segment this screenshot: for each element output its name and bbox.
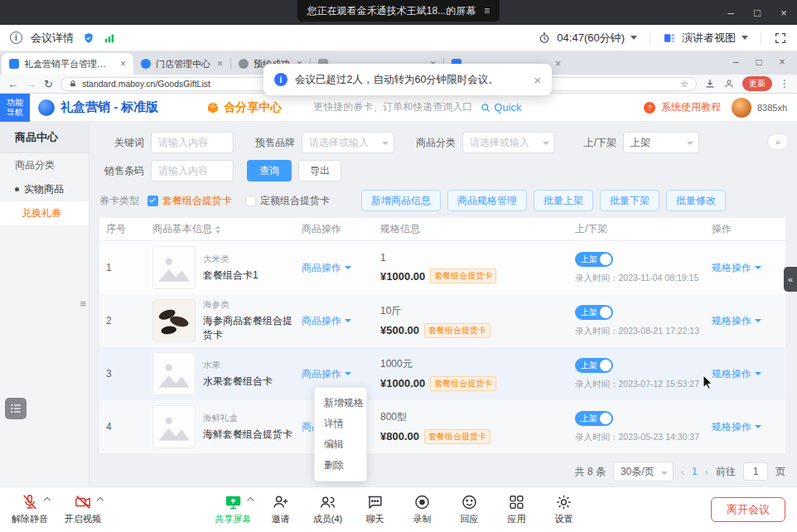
- floating-list-button[interactable]: [5, 398, 27, 419]
- unmute-button[interactable]: 解除静音: [7, 493, 53, 525]
- browser-tab-active[interactable]: 礼盒营销平台管理中… ×: [2, 53, 133, 75]
- checkbox-checked-icon[interactable]: [147, 196, 158, 206]
- browser-tab[interactable]: 门店管理中心 ×: [133, 53, 230, 75]
- quick-search-link[interactable]: Quick: [481, 101, 521, 114]
- fullscreen-icon[interactable]: [774, 31, 787, 45]
- function-nav-button[interactable]: 功能导航: [0, 94, 30, 122]
- add-product-button[interactable]: 新增商品信息: [361, 190, 441, 211]
- chevron-up-icon[interactable]: [247, 497, 254, 504]
- menu-item-add-spec[interactable]: 新增规格: [315, 393, 366, 414]
- collapse-filters-button[interactable]: »: [767, 133, 789, 150]
- brand-select[interactable]: 请选择或输入: [302, 132, 394, 153]
- timer-chevron-down-icon[interactable]: [630, 36, 637, 40]
- browser-minimize-button[interactable]: –: [724, 51, 747, 73]
- spec-actions-link[interactable]: 规格操作: [712, 367, 761, 381]
- batch-off-shelf-button[interactable]: 批量下架: [600, 190, 659, 211]
- sidebar-title[interactable]: 商品中心: [0, 122, 89, 153]
- sidebar-item-gift-coupon[interactable]: 兑换礼券: [0, 201, 89, 225]
- shelf-select[interactable]: 上架: [623, 132, 699, 153]
- goto-page-input[interactable]: [743, 462, 768, 481]
- security-shield-icon[interactable]: [82, 31, 95, 45]
- tutorial-link[interactable]: 系统使用教程: [661, 100, 721, 114]
- bookmark-star-icon[interactable]: ☆: [680, 79, 688, 89]
- leave-meeting-button[interactable]: 离开会议: [711, 497, 785, 522]
- network-signal-icon[interactable]: [104, 32, 115, 44]
- next-page-icon[interactable]: ›: [705, 466, 708, 478]
- banner-close-icon[interactable]: ×: [534, 73, 541, 87]
- menu-item-delete[interactable]: 删除: [315, 455, 366, 476]
- batch-edit-button[interactable]: 批量修改: [666, 190, 726, 211]
- record-button[interactable]: 录制: [399, 493, 446, 525]
- right-panel-collapse-handle[interactable]: «: [784, 267, 797, 292]
- browser-maximize-button[interactable]: □: [747, 51, 770, 73]
- download-icon[interactable]: [704, 78, 716, 89]
- record-icon: [413, 493, 432, 511]
- close-button[interactable]: ×: [770, 0, 797, 25]
- spec-actions-link[interactable]: 规格操作: [712, 314, 761, 328]
- invite-button[interactable]: 邀请: [258, 493, 304, 525]
- members-button[interactable]: 成员(4): [305, 493, 351, 525]
- browser-menu-icon[interactable]: ⋮: [780, 78, 790, 89]
- menu-item-edit[interactable]: 编辑: [315, 434, 366, 455]
- keyword-input[interactable]: [151, 132, 234, 153]
- banner-menu-icon[interactable]: ≡: [484, 5, 490, 17]
- info-icon[interactable]: i: [10, 31, 22, 44]
- browser-update-button[interactable]: 更新: [742, 76, 772, 91]
- profile-icon[interactable]: [723, 78, 735, 89]
- shelf-toggle[interactable]: 上架: [575, 252, 613, 267]
- settings-button[interactable]: 设置: [541, 493, 587, 525]
- checkbox-combo-card[interactable]: 套餐组合提货卡: [147, 194, 232, 208]
- chevron-up-icon[interactable]: [44, 497, 51, 504]
- tab-close-icon[interactable]: ×: [120, 58, 126, 70]
- main-content: » 关键词 预售品牌 请选择或输入 商品分类 请选择或输入 上/下架 上架: [89, 122, 797, 486]
- sidebar-item-goods-category[interactable]: 商品分类: [0, 153, 89, 177]
- browser-close-button[interactable]: ×: [770, 51, 794, 73]
- search-button[interactable]: 查询: [247, 160, 292, 181]
- batch-on-shelf-button[interactable]: 批量上架: [534, 190, 593, 211]
- meeting-timer[interactable]: 04:47(60分钟): [557, 31, 625, 46]
- maximize-button[interactable]: □: [744, 0, 770, 25]
- start-video-button[interactable]: 开启视频: [60, 493, 106, 525]
- prev-page-icon[interactable]: ‹: [681, 466, 684, 478]
- export-button[interactable]: 导出: [298, 160, 341, 181]
- category-select[interactable]: 请选择或输入: [462, 132, 555, 153]
- sidebar-collapse-icon[interactable]: ≡: [80, 297, 86, 310]
- view-chevron-down-icon[interactable]: [741, 36, 748, 40]
- share-screen-button[interactable]: 共享屏幕: [210, 493, 257, 525]
- product-actions-link[interactable]: 商品操作: [302, 261, 351, 275]
- shelf-toggle[interactable]: 上架: [575, 358, 613, 373]
- spec-actions-link[interactable]: 规格操作: [712, 420, 761, 434]
- sort-icon[interactable]: [215, 225, 220, 234]
- chevron-up-icon[interactable]: [97, 497, 104, 504]
- forward-icon[interactable]: →: [26, 79, 36, 89]
- chat-button[interactable]: 聊天: [352, 493, 398, 525]
- spec-actions-link[interactable]: 规格操作: [712, 261, 761, 275]
- spec-manage-button[interactable]: 商品规格管理: [447, 190, 527, 211]
- shelf-toggle[interactable]: 上架: [575, 411, 613, 426]
- current-page[interactable]: 1: [692, 466, 698, 477]
- share-center-link[interactable]: 合分享中心: [206, 100, 282, 115]
- minimize-button[interactable]: –: [717, 0, 744, 25]
- meeting-details-label[interactable]: 会议详情: [31, 31, 74, 46]
- chevron-down-icon: [382, 142, 389, 145]
- view-mode-label[interactable]: 演讲者视图: [682, 31, 736, 46]
- refresh-icon[interactable]: ↻: [44, 79, 53, 89]
- reactions-button[interactable]: 回应: [447, 493, 493, 525]
- page-label: 页: [775, 465, 785, 479]
- tab-close-icon[interactable]: ×: [217, 58, 223, 70]
- checkbox-unchecked-icon[interactable]: [245, 196, 256, 206]
- product-actions-link[interactable]: 商品操作: [302, 367, 351, 381]
- shelf-toggle[interactable]: 上架: [575, 305, 613, 320]
- goto-label: 前往: [716, 465, 736, 479]
- apps-button[interactable]: 应用: [494, 493, 540, 525]
- product-actions-dropdown: 新增规格 详情 编辑 删除: [314, 387, 367, 481]
- checkbox-fixed-card[interactable]: 定额组合提货卡: [245, 194, 330, 208]
- menu-item-details[interactable]: 详情: [315, 414, 366, 434]
- back-icon[interactable]: ←: [7, 79, 18, 89]
- tab-close-icon[interactable]: ×: [555, 58, 561, 70]
- product-actions-link[interactable]: 商品操作: [302, 314, 351, 328]
- sidebar-item-physical-goods[interactable]: 实物商品: [0, 177, 89, 201]
- barcode-input[interactable]: [151, 160, 234, 181]
- user-avatar[interactable]: [732, 98, 751, 118]
- page-size-select[interactable]: 30条/页: [613, 462, 674, 481]
